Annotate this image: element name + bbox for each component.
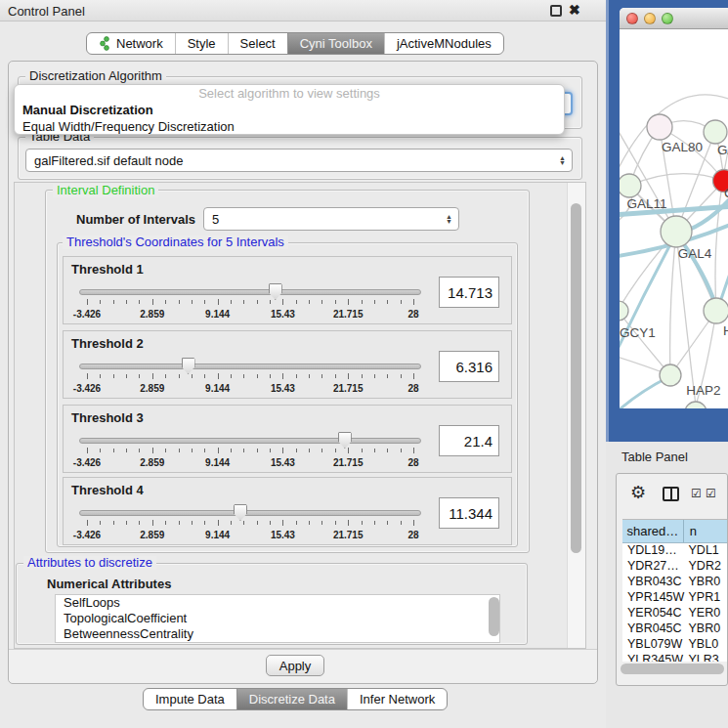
slider-tick [413, 448, 414, 453]
network-node[interactable] [704, 298, 728, 323]
top-tab-bar: NetworkStyleSelectCyni ToolboxjActiveMNo… [86, 32, 504, 55]
slider-tick-label: 2.859 [140, 530, 164, 540]
slider-tick [362, 374, 363, 378]
float-window-icon[interactable] [550, 5, 562, 17]
network-node[interactable] [685, 402, 707, 408]
num-intervals-combo[interactable]: 5 ▲▼ [203, 207, 459, 231]
split-columns-icon[interactable] [663, 487, 679, 501]
slider-tick [192, 521, 193, 525]
slider-tick [387, 521, 388, 525]
zoom-traffic-light-icon[interactable] [662, 13, 673, 24]
slider-thumb[interactable] [182, 358, 195, 374]
network-node[interactable] [704, 120, 727, 144]
slider-tick-label: 15.43 [271, 383, 295, 394]
table-header-shared-name[interactable]: shared… [622, 520, 684, 542]
slider-tick [387, 374, 388, 378]
table-row[interactable]: YPR145WYPR1 [622, 590, 728, 606]
table-row[interactable]: YDL19…YDL1 [622, 543, 728, 559]
network-node[interactable] [660, 364, 681, 386]
tab-cyni-toolbox[interactable]: Cyni Toolbox [287, 33, 384, 54]
attribute-list-item[interactable]: SelfLoops [56, 595, 499, 611]
slider-thumb[interactable] [234, 504, 247, 521]
tab-network[interactable]: Network [87, 33, 175, 54]
node-label-partial: C [724, 186, 728, 200]
slider-tick [192, 449, 193, 452]
slider-tick-label: 9.144 [205, 383, 230, 394]
slider-tick [335, 521, 336, 525]
table-row[interactable]: YDR27…YDR2 [622, 559, 728, 575]
slider-tick [348, 448, 349, 453]
close-icon[interactable]: ✖ [569, 2, 580, 18]
dropdown-option-manual-discretization[interactable]: Manual Discretization [15, 102, 564, 118]
node-label-gal4: GAL4 [678, 246, 712, 261]
vertical-scrollbar-thumb[interactable] [571, 203, 581, 553]
network-window-titlebar[interactable] [620, 8, 728, 29]
control-panel: Control Panel ✖ NetworkStyleSelectCyni T… [0, 0, 606, 728]
gear-icon[interactable]: ⚙ [630, 484, 646, 501]
table-row[interactable]: YBR043CYBR0 [622, 575, 728, 590]
threshold-3-value-field[interactable] [439, 425, 499, 456]
slider-tick [321, 521, 322, 525]
slider-tick [165, 374, 166, 378]
numerical-attributes-list[interactable]: SelfLoopsTopologicalCoefficientBetweenne… [55, 594, 500, 643]
slider-thumb[interactable] [338, 432, 352, 449]
network-node[interactable] [620, 174, 641, 197]
table-row[interactable]: YBR045CYBR0 [622, 621, 728, 637]
network-node[interactable] [620, 301, 628, 321]
threshold-1-label: Threshold 1 [71, 262, 144, 277]
slider-tick [243, 374, 244, 378]
horizontal-scrollbar-thumb[interactable] [621, 664, 724, 674]
slider-tick [243, 521, 244, 525]
slider-tick [100, 300, 101, 304]
checkbox-checked-icon[interactable]: ☑ [706, 487, 716, 500]
slider-tick [309, 521, 310, 525]
threshold-1-slider[interactable]: -3.4262.8599.14415.4321.71528 [79, 284, 421, 323]
network-node[interactable] [647, 114, 672, 140]
attributes-list-scrollbar[interactable] [489, 597, 499, 636]
table-cell-shared-name: YER054C [622, 606, 685, 621]
table-header-name[interactable]: n [684, 520, 728, 542]
threshold-2-slider[interactable]: -3.4262.8599.14415.4321.71528 [79, 359, 421, 398]
checkbox-checked-icon[interactable]: ☑ [691, 487, 702, 500]
tab-impute-data[interactable]: Impute Data [144, 689, 236, 709]
slider-tick [282, 373, 283, 379]
tab-select[interactable]: Select [228, 33, 287, 54]
threshold-3-slider[interactable]: -3.4262.8599.14415.4321.71528 [79, 433, 421, 472]
table-cell-name: YDL1 [685, 543, 728, 559]
slider-tick [309, 300, 310, 304]
slider-tick [362, 300, 363, 304]
slider-tick [335, 300, 336, 304]
close-traffic-light-icon[interactable] [626, 13, 638, 24]
slider-tick [413, 373, 414, 379]
attribute-list-item[interactable]: BetweennessCentrality [56, 626, 499, 642]
slider-tick [231, 300, 232, 304]
combo-stepper-icon: ▲▼ [446, 214, 452, 224]
slider-tick [282, 448, 283, 453]
threshold-4-slider[interactable]: -3.4262.8599.14415.4321.71528 [79, 505, 421, 544]
dropdown-option-equal-width-frequency-discretization[interactable]: Equal Width/Frequency Discretization [15, 118, 564, 135]
threshold-1-value-field[interactable] [439, 277, 499, 308]
slider-tick [126, 521, 127, 525]
minimize-traffic-light-icon[interactable] [644, 13, 656, 24]
slider-tick-label: -3.426 [73, 530, 101, 540]
table-data-combo[interactable]: galFiltered.sif default node ▲▼ [25, 149, 573, 172]
tab-style[interactable]: Style [175, 33, 228, 54]
threshold-4-value-field[interactable] [439, 497, 499, 529]
slider-tick [348, 520, 349, 526]
slider-tick [192, 374, 193, 378]
network-canvas[interactable]: GAL80 GAL11 GAL4 GCY1 HAP2 GA C H [620, 29, 728, 408]
network-node-gal4[interactable] [661, 216, 692, 247]
slider-tick [257, 521, 258, 525]
table-row[interactable]: YER054CYER0 [622, 606, 728, 621]
tab-infer-network[interactable]: Infer Network [347, 689, 447, 709]
tab-jactivemnodules[interactable]: jActiveMNodules [384, 33, 503, 54]
slider-thumb[interactable] [269, 283, 282, 300]
table-row[interactable]: YBL079WYBL0 [622, 637, 728, 653]
table-panel-box: ⚙ ☑ ☑ shared… n YDL19…YDL1YDR27…YDR2YBR0… [616, 473, 728, 686]
tab-discretize-data[interactable]: Discretize Data [236, 689, 347, 709]
attribute-list-item[interactable]: TopologicalCoefficient [56, 611, 499, 626]
threshold-2-value-field[interactable] [439, 351, 499, 382]
apply-button[interactable]: Apply [266, 655, 324, 676]
table-row[interactable]: YLR345WYLR3 [622, 653, 728, 662]
slider-tick [204, 300, 205, 304]
